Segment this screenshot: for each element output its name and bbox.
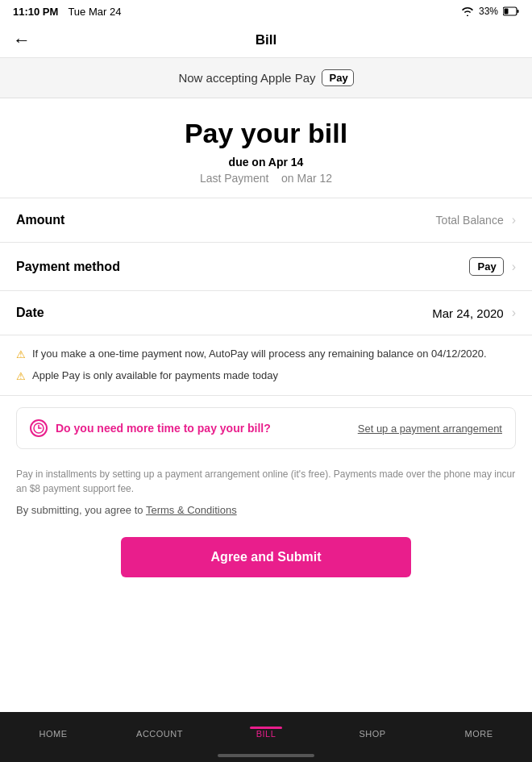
apple-pay-badge: Pay xyxy=(322,69,353,86)
last-payment-date: on Mar 12 xyxy=(281,172,332,185)
amount-row[interactable]: Amount Total Balance › xyxy=(0,198,532,243)
bottom-nav: HOME ACCOUNT BILL SHOP MORE xyxy=(0,712,532,762)
svg-rect-2 xyxy=(505,9,509,15)
nav-shop-label: SHOP xyxy=(359,729,385,739)
pay-bill-section: Pay your bill due on Apr 14 Last Payment… xyxy=(0,98,532,198)
autopay-warning-text: If you make a one-time payment now, Auto… xyxy=(32,347,487,361)
date-right: Mar 24, 2020 › xyxy=(432,306,516,320)
header-title: Bill xyxy=(256,32,276,48)
battery-icon xyxy=(503,6,519,16)
date-row[interactable]: Date Mar 24, 2020 › xyxy=(0,291,532,335)
nav-account[interactable]: ACCOUNT xyxy=(106,729,213,739)
apple-pay-warning: ⚠ Apple Pay is only available for paymen… xyxy=(16,369,516,384)
nav-bill-label: BILL xyxy=(256,729,276,739)
nav-home[interactable]: HOME xyxy=(0,729,106,739)
apple-pay-warning-text: Apple Pay is only available for payments… xyxy=(32,369,278,383)
fine-print-section: Pay in installments by setting up a paym… xyxy=(0,460,532,526)
banner-text: Now accepting Apple Pay xyxy=(178,71,315,85)
nav-more-label: MORE xyxy=(465,729,493,739)
home-bar xyxy=(218,754,314,757)
nav-more[interactable]: MORE xyxy=(426,729,532,739)
apple-pay-badge-text: Pay xyxy=(329,72,347,84)
terms-link[interactable]: Terms & Conditions xyxy=(146,504,237,516)
main-content: Pay your bill due on Apr 14 Last Payment… xyxy=(0,98,532,710)
warning-icon-1: ⚠ xyxy=(16,348,26,362)
terms-text: By submitting, you agree to Terms & Cond… xyxy=(16,504,516,516)
warnings-section: ⚠ If you make a one-time payment now, Au… xyxy=(0,335,532,396)
clock-icon xyxy=(30,419,48,437)
last-payment-label: Last Payment xyxy=(200,172,269,185)
pay-bill-title: Pay your bill xyxy=(16,118,516,149)
warning-icon-2: ⚠ xyxy=(16,369,26,384)
nav-bill[interactable]: BILL xyxy=(213,729,319,739)
status-time: 11:10 PM xyxy=(13,6,58,18)
arrangement-question: Do you need more time to pay your bill? xyxy=(56,422,271,435)
date-label: Date xyxy=(16,306,44,320)
page-header: ← Bill xyxy=(0,23,532,58)
amount-right: Total Balance › xyxy=(436,213,516,227)
payment-arrangement-box: Do you need more time to pay your bill? … xyxy=(16,407,516,449)
date-value: Mar 24, 2020 xyxy=(432,306,503,320)
status-date: Tue Mar 24 xyxy=(68,6,121,18)
due-date: due on Apr 14 xyxy=(16,156,516,169)
amount-label: Amount xyxy=(16,213,64,227)
battery-level: 33% xyxy=(479,6,498,17)
svg-rect-1 xyxy=(517,10,519,13)
status-bar: 11:10 PM Tue Mar 24 33% xyxy=(0,0,532,23)
installment-text: Pay in installments by setting up a paym… xyxy=(16,467,516,496)
nav-home-label: HOME xyxy=(39,729,68,739)
nav-shop[interactable]: SHOP xyxy=(319,729,426,739)
wifi-icon xyxy=(461,6,474,16)
payment-method-right: Pay › xyxy=(469,257,516,276)
apple-pay-banner: Now accepting Apple Pay Pay xyxy=(0,58,532,98)
autopay-warning: ⚠ If you make a one-time payment now, Au… xyxy=(16,347,516,362)
terms-prefix: By submitting, you agree to xyxy=(16,504,146,516)
arrangement-link[interactable]: Set up a payment arrangement xyxy=(358,423,502,435)
payment-apple-pay-text: Pay xyxy=(478,260,497,273)
back-button[interactable]: ← xyxy=(13,30,31,51)
date-chevron: › xyxy=(512,306,516,320)
arrangement-left: Do you need more time to pay your bill? xyxy=(30,419,271,437)
payment-method-label: Payment method xyxy=(16,260,120,274)
payment-apple-pay-badge: Pay xyxy=(469,257,504,276)
amount-chevron: › xyxy=(512,213,516,227)
submit-section: Agree and Submit xyxy=(0,526,532,593)
status-icons: 33% xyxy=(461,6,519,17)
agree-submit-button[interactable]: Agree and Submit xyxy=(121,537,411,577)
nav-account-label: ACCOUNT xyxy=(136,729,183,739)
last-payment: Last Payment on Mar 12 xyxy=(16,172,516,185)
payment-method-chevron: › xyxy=(512,260,516,274)
payment-method-row[interactable]: Payment method Pay › xyxy=(0,243,532,291)
amount-value: Total Balance xyxy=(436,214,504,227)
